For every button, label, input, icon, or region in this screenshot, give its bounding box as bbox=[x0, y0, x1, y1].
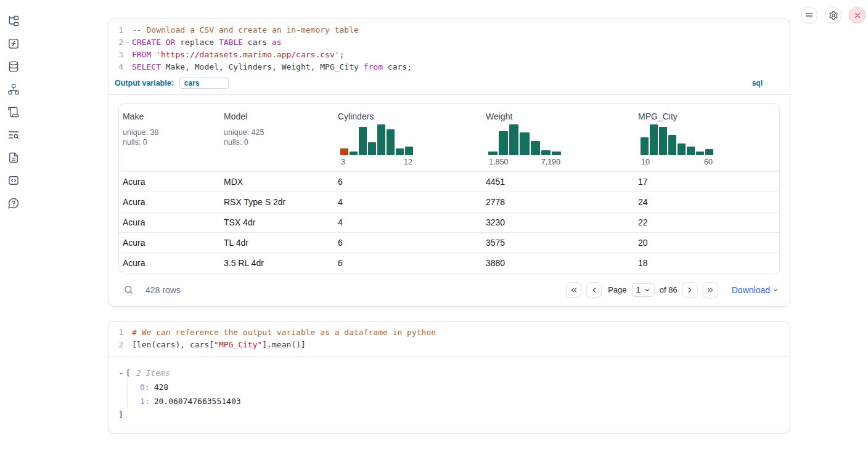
output-variable-label: Output variable: bbox=[115, 79, 174, 87]
hist-bar bbox=[641, 137, 649, 155]
tree-entry: 0:428 bbox=[140, 380, 780, 394]
code-token: 'https://datasets.marimo.app/cars.csv' bbox=[156, 50, 339, 59]
chevron-left-icon bbox=[590, 286, 599, 294]
collapse-chevron-icon[interactable] bbox=[118, 371, 124, 376]
table-row: AcuraTL 4dr6357520 bbox=[119, 232, 779, 253]
output-variable-input[interactable] bbox=[179, 78, 229, 89]
code-text: -- Download a CSV and create an in-memor… bbox=[132, 24, 359, 36]
chevrons-left-icon bbox=[570, 286, 578, 294]
hist-bar bbox=[531, 141, 540, 156]
sql-output-area: Makeunique: 38nulls: 0Modelunique: 425nu… bbox=[108, 95, 790, 306]
tree-entries: 0:4281:20.060747663551403 bbox=[127, 380, 780, 408]
prev-page-button[interactable] bbox=[586, 282, 602, 297]
code-text: CREATE OR replace TABLE cars as bbox=[132, 36, 282, 49]
line-number: 3 bbox=[108, 49, 123, 61]
code-token: FROM bbox=[132, 50, 151, 59]
hist-bar bbox=[359, 127, 367, 155]
code-text: [len(cars), cars["MPG_City"].mean()] bbox=[132, 339, 306, 351]
notebook-area: 1-- Download a CSV and create an in-memo… bbox=[108, 18, 790, 434]
column-header-model[interactable]: Modelunique: 425nulls: 0 bbox=[220, 111, 334, 166]
sql-code-editor[interactable]: 1-- Download a CSV and create an in-memo… bbox=[108, 19, 790, 76]
document-icon[interactable] bbox=[7, 152, 20, 164]
code-line[interactable]: 4SELECT Make, Model, Cylinders, Weight, … bbox=[108, 61, 790, 73]
tree-open-bracket: [ bbox=[126, 366, 131, 380]
table-cell: TSX 4dr bbox=[220, 212, 334, 232]
fold-gutter bbox=[123, 326, 132, 339]
text-search-icon[interactable] bbox=[7, 129, 20, 141]
hist-bar bbox=[687, 147, 695, 155]
code-token: Make, Model, Cylinders, Weight, MPG_City bbox=[161, 62, 364, 71]
page-total-label: of 86 bbox=[660, 285, 678, 294]
line-number: 1 bbox=[108, 326, 123, 339]
column-header-cylinders[interactable]: Cylinders 3 12 bbox=[334, 111, 482, 166]
column-header-mpg_city[interactable]: MPG_City 10 60 bbox=[634, 111, 779, 166]
hist-bar bbox=[650, 124, 658, 155]
table-cell: 6 bbox=[334, 253, 482, 273]
left-sidebar bbox=[0, 0, 27, 449]
file-tree-icon[interactable] bbox=[7, 15, 20, 27]
code-text: SELECT Make, Model, Cylinders, Weight, M… bbox=[132, 61, 412, 73]
code-token: "MPG_City" bbox=[214, 340, 262, 349]
notebook-actions bbox=[801, 7, 866, 23]
help-chat-icon[interactable] bbox=[7, 197, 20, 209]
line-number: 2 bbox=[108, 339, 123, 351]
page-select[interactable]: 1 bbox=[632, 283, 655, 297]
settings-button[interactable] bbox=[825, 7, 841, 23]
python-code-editor[interactable]: 1# We can reference the output variable … bbox=[108, 322, 790, 357]
hist-bar bbox=[368, 142, 376, 155]
fold-chevron-icon[interactable] bbox=[123, 36, 132, 49]
column-header-make[interactable]: Makeunique: 38nulls: 0 bbox=[119, 111, 220, 166]
table-cell: Acura bbox=[119, 172, 220, 192]
table-cell: TL 4dr bbox=[220, 233, 334, 253]
table-cell: 6 bbox=[334, 233, 482, 253]
close-button[interactable] bbox=[849, 7, 866, 23]
output-variable-row: Output variable: sql bbox=[108, 76, 790, 95]
code-line[interactable]: 1-- Download a CSV and create an in-memo… bbox=[108, 24, 790, 36]
first-page-button[interactable] bbox=[566, 282, 581, 297]
dependency-graph-icon[interactable] bbox=[7, 83, 20, 95]
download-button[interactable]: Download bbox=[732, 285, 779, 295]
next-page-button[interactable] bbox=[682, 282, 698, 297]
fold-gutter bbox=[123, 339, 132, 351]
code-token: CREATE bbox=[132, 38, 161, 47]
code-line[interactable]: 3FROM 'https://datasets.marimo.app/cars.… bbox=[108, 49, 790, 61]
hist-bar bbox=[552, 152, 561, 155]
database-icon[interactable] bbox=[7, 60, 20, 73]
hist-bar bbox=[520, 132, 529, 156]
column-histogram: 3 12 bbox=[340, 124, 413, 166]
code-token: cars bbox=[243, 38, 272, 47]
column-name: MPG_City bbox=[638, 111, 779, 121]
hist-bar bbox=[696, 152, 704, 155]
table-cell: Acura bbox=[119, 212, 220, 232]
hist-bar bbox=[678, 144, 686, 156]
code-line[interactable]: 2[len(cars), cars["MPG_City"].mean()] bbox=[108, 339, 790, 351]
last-page-button[interactable] bbox=[703, 282, 718, 297]
code-token: as bbox=[272, 38, 282, 47]
code-line[interactable]: 2CREATE OR replace TABLE cars as bbox=[108, 36, 790, 49]
code-token: # We can reference the output variable a… bbox=[132, 328, 436, 337]
snippets-code-icon[interactable] bbox=[7, 174, 20, 187]
column-name: Model bbox=[224, 111, 334, 121]
data-table: Makeunique: 38nulls: 0Modelunique: 425nu… bbox=[118, 103, 780, 273]
page-label: Page bbox=[608, 285, 626, 294]
search-icon[interactable] bbox=[123, 285, 134, 295]
code-token: replace bbox=[175, 38, 218, 47]
code-line[interactable]: 1# We can reference the output variable … bbox=[108, 326, 790, 339]
table-cell: 4451 bbox=[482, 172, 634, 192]
table-cell: 2778 bbox=[482, 192, 634, 212]
menu-button[interactable] bbox=[801, 7, 817, 23]
download-label: Download bbox=[732, 285, 770, 295]
scroll-log-icon[interactable] bbox=[7, 106, 20, 118]
chevron-down-icon bbox=[772, 287, 779, 293]
function-icon[interactable] bbox=[7, 38, 20, 50]
tree-entry-key: 0: bbox=[140, 382, 150, 392]
line-number: 2 bbox=[108, 36, 123, 49]
column-histogram: 1,850 7,190 bbox=[488, 124, 561, 166]
column-header-weight[interactable]: Weight 1,850 7,190 bbox=[482, 111, 634, 166]
code-token bbox=[161, 38, 166, 47]
code-token: OR bbox=[166, 38, 176, 47]
sql-cell: 1-- Download a CSV and create an in-memo… bbox=[108, 18, 790, 307]
hist-bar bbox=[668, 135, 676, 155]
table-cell: Acura bbox=[119, 253, 220, 273]
python-output-area: [ 2 Items 0:4281:20.060747663551403 ] bbox=[108, 357, 790, 433]
